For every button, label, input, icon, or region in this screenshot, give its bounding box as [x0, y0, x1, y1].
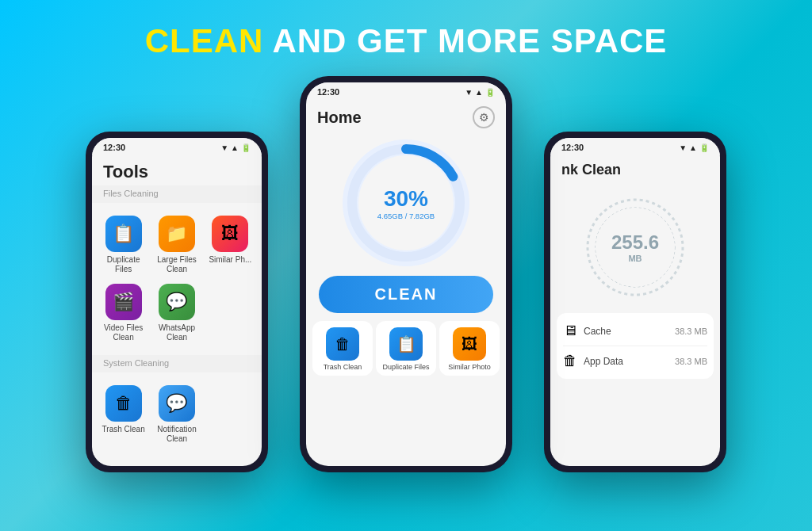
center-battery-icon: 🔋	[485, 88, 495, 97]
left-title: Tools	[92, 155, 262, 185]
center-status-icons: ▼ ▲ 🔋	[465, 88, 495, 97]
wifi-icon: ▼	[220, 143, 228, 152]
large-files-label: Large FilesClean	[157, 255, 196, 274]
signal-icon: ▲	[231, 143, 239, 152]
right-signal-icon: ▲	[689, 143, 697, 152]
whatsapp-icon: 💬	[159, 284, 195, 320]
gauge-percent: 30%	[384, 186, 428, 212]
left-status-icons: ▼ ▲ 🔋	[220, 143, 251, 152]
gauge-outer: 30% 4.65GB / 7.82GB	[343, 139, 469, 266]
left-phone: 12:30 ▼ ▲ 🔋 Tools Files Cleaning 📋 Dupli…	[86, 132, 268, 472]
page-header: CLEAN AND GET MORE SPACE	[145, 22, 668, 60]
right-phone-inner: 12:30 ▼ ▲ 🔋 nk Clean	[550, 138, 720, 466]
battery-icon: 🔋	[241, 143, 251, 152]
gauge-storage: 4.65GB / 7.82GB	[377, 212, 435, 220]
right-wifi-icon: ▼	[679, 143, 687, 152]
right-phone: 12:30 ▼ ▲ 🔋 nk Clean	[544, 132, 726, 472]
cache-list-item[interactable]: 🖥 Cache 38.3 MB	[563, 316, 707, 346]
cache-list-left: 🖥 Cache	[563, 323, 611, 339]
right-gauge-inner: 255.6 MB	[596, 208, 675, 287]
bottom-trash-label: Trash Clean	[324, 363, 362, 371]
right-title: nk Clean	[550, 155, 720, 181]
video-files-icon: 🎬	[105, 284, 142, 320]
right-battery-icon: 🔋	[699, 143, 709, 152]
notification-clean-label: NotificationClean	[157, 425, 196, 444]
bottom-duplicate-icon: 📋	[389, 327, 423, 361]
center-phone-inner: 12:30 ▼ ▲ 🔋 Home ⚙	[306, 82, 506, 466]
duplicate-files-label: DuplicateFiles	[107, 255, 140, 274]
left-phone-content: 12:30 ▼ ▲ 🔋 Tools Files Cleaning 📋 Dupli…	[92, 138, 262, 466]
bottom-duplicate-files[interactable]: 📋 Duplicate Files	[376, 321, 436, 376]
center-time: 12:30	[317, 87, 339, 97]
left-status-bar: 12:30 ▼ ▲ 🔋	[92, 138, 262, 155]
tool-similar-photo[interactable]: 🖼 Similar Ph...	[204, 211, 257, 279]
tool-whatsapp[interactable]: 💬 WhatsAppClean	[150, 279, 203, 347]
cache-label: Cache	[584, 326, 611, 337]
bottom-duplicate-label: Duplicate Files	[382, 363, 429, 371]
gauge-inner: 30% 4.65GB / 7.82GB	[358, 155, 454, 250]
tools-grid-1: 📋 DuplicateFiles 📁 Large FilesClean 🖼 Si…	[92, 203, 262, 355]
left-time: 12:30	[103, 143, 125, 152]
trash-clean-icon: 🗑	[105, 385, 142, 422]
tool-video-files[interactable]: 🎬 Video FilesClean	[97, 279, 150, 347]
settings-gear-icon[interactable]: ⚙	[473, 106, 495, 128]
cache-icon: 🖥	[563, 323, 577, 339]
duplicate-files-icon: 📋	[105, 216, 142, 252]
center-wifi-icon: ▼	[465, 88, 473, 97]
right-gauge-value: 255.6	[611, 231, 659, 254]
bottom-trash-icon: 🗑	[326, 327, 359, 361]
right-gauge-container: 255.6 MB	[550, 181, 720, 310]
similar-photo-label: Similar Ph...	[209, 255, 251, 265]
center-phone: 12:30 ▼ ▲ 🔋 Home ⚙	[300, 76, 512, 472]
system-cleaning-label: System Cleaning	[92, 355, 262, 372]
notification-clean-icon: 💬	[159, 385, 195, 422]
files-cleaning-label: Files Cleaning	[92, 185, 262, 203]
app-data-label: App Data	[584, 356, 623, 367]
video-files-label: Video FilesClean	[104, 323, 143, 342]
phones-container: 12:30 ▼ ▲ 🔋 Tools Files Cleaning 📋 Dupli…	[0, 84, 812, 472]
clean-button[interactable]: CLEAN	[319, 276, 493, 313]
app-data-size: 38.3 MB	[675, 357, 707, 366]
bottom-similar-label: Similar Photo	[448, 363, 491, 371]
right-status-icons: ▼ ▲ 🔋	[679, 143, 709, 152]
trash-clean-label: Trash Clean	[102, 425, 145, 434]
header-highlight: CLEAN	[145, 22, 264, 59]
right-status-bar: 12:30 ▼ ▲ 🔋	[550, 138, 720, 155]
tools-grid-2: 🗑 Trash Clean 💬 NotificationClean	[92, 372, 262, 457]
right-list: 🖥 Cache 38.3 MB 🗑 App Data 38.3 MB	[557, 313, 714, 379]
center-signal-icon: ▲	[475, 88, 483, 97]
right-gauge-outer: 255.6 MB	[576, 188, 695, 307]
large-files-icon: 📁	[159, 216, 195, 252]
left-phone-inner: 12:30 ▼ ▲ 🔋 Tools Files Cleaning 📋 Dupli…	[92, 138, 262, 466]
home-title: Home	[317, 109, 362, 127]
gauge-container: 30% 4.65GB / 7.82GB	[306, 132, 506, 271]
tool-duplicate-files[interactable]: 📋 DuplicateFiles	[97, 211, 150, 279]
bottom-trash-clean[interactable]: 🗑 Trash Clean	[312, 321, 373, 376]
app-data-icon: 🗑	[563, 353, 577, 369]
bottom-similar-photo[interactable]: 🖼 Similar Photo	[439, 321, 500, 376]
center-top-bar: Home ⚙	[306, 100, 506, 132]
similar-photo-icon: 🖼	[212, 216, 248, 252]
app-data-list-item[interactable]: 🗑 App Data 38.3 MB	[563, 346, 707, 376]
center-status-bar: 12:30 ▼ ▲ 🔋	[306, 82, 506, 100]
tool-trash-clean[interactable]: 🗑 Trash Clean	[97, 380, 150, 449]
cache-size: 38.3 MB	[675, 327, 707, 336]
app-data-list-left: 🗑 App Data	[563, 353, 623, 369]
whatsapp-label: WhatsAppClean	[159, 323, 195, 342]
tool-notification-clean[interactable]: 💬 NotificationClean	[150, 380, 203, 449]
right-phone-content: 12:30 ▼ ▲ 🔋 nk Clean	[550, 138, 720, 466]
center-phone-content: 12:30 ▼ ▲ 🔋 Home ⚙	[306, 82, 506, 466]
right-gauge-unit: MB	[628, 254, 642, 263]
right-time: 12:30	[561, 143, 584, 152]
header-rest: AND GET MORE SPACE	[263, 22, 667, 59]
bottom-icons: 🗑 Trash Clean 📋 Duplicate Files 🖼 Simila…	[306, 318, 506, 379]
bottom-similar-icon: 🖼	[453, 327, 486, 361]
tool-large-files[interactable]: 📁 Large FilesClean	[150, 211, 203, 279]
